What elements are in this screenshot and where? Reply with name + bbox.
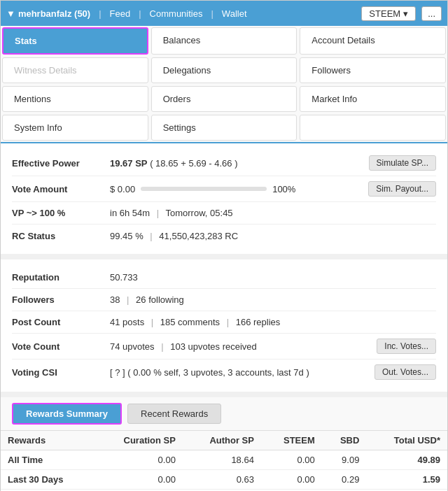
chevron-down-icon: ▾: [403, 8, 408, 19]
section-separator: [1, 254, 447, 259]
menu-item-mentions[interactable]: Mentions: [2, 86, 148, 112]
effective-power-row: Effective Power 19.67 SP ( 18.65 + 5.69 …: [12, 150, 436, 176]
row-author-alltime: 18.64: [183, 450, 261, 470]
menu-item-system-info[interactable]: System Info: [2, 115, 148, 141]
top-nav: ▼ mehrbanfalz (50) | Feed | Communities …: [1, 1, 447, 26]
vote-progress-bar: [141, 187, 267, 191]
effective-power-label: Effective Power: [12, 158, 110, 169]
feed-link[interactable]: Feed: [104, 8, 136, 19]
rewards-header: Rewards Summary Recent Rewards: [1, 397, 447, 430]
recent-rewards-tab[interactable]: Recent Rewards: [127, 404, 221, 424]
col-author-sp: Author SP: [183, 431, 261, 450]
rc-status-row: RC Status 99.45 % | 41,550,423,283 RC: [12, 225, 436, 247]
menu-item-followers[interactable]: Followers: [300, 57, 446, 83]
row-total-alltime: 49.89: [366, 450, 447, 470]
menu-item-empty: [300, 115, 446, 141]
row-total-30days: 1.59: [366, 470, 447, 490]
rewards-table-header-row: Rewards Curation SP Author SP STEEM SBD …: [1, 431, 447, 450]
reputation-section: Reputation 50.733 Followers 38 | 26 foll…: [1, 259, 447, 392]
menu-grid: Stats Balances Account Details Witness D…: [1, 26, 447, 143]
vote-count-label: Vote Count: [12, 341, 110, 352]
more-button[interactable]: ...: [421, 6, 442, 21]
row-steem-30days: 0.00: [261, 470, 322, 490]
table-row: Last 30 Days 0.00 0.63 0.00 0.29 1.59: [1, 470, 447, 490]
reputation-value: 50.733: [110, 272, 436, 283]
col-steem: STEEM: [261, 431, 322, 450]
post-count-label: Post Count: [12, 317, 110, 327]
vote-amount-row: Vote Amount $ 0.00 100% Sim. Payout...: [12, 176, 436, 202]
voting-csi-value: [ ? ] ( 0.00 % self, 3 upvotes, 3 accoun…: [110, 367, 374, 378]
followers-value: 38 | 26 following: [110, 294, 436, 305]
rewards-summary-tab[interactable]: Rewards Summary: [12, 403, 122, 425]
menu-item-orders[interactable]: Orders: [151, 86, 298, 112]
reputation-row: Reputation 50.733: [12, 266, 436, 289]
row-author-30days: 0.63: [183, 470, 261, 490]
row-curation-30days: 0.00: [94, 470, 183, 490]
col-curation-sp: Curation SP: [94, 431, 183, 450]
menu-item-settings[interactable]: Settings: [151, 115, 298, 141]
table-row: All Time 0.00 18.64 0.00 9.09 49.89: [1, 450, 447, 470]
menu-item-balances[interactable]: Balances: [151, 27, 298, 55]
vote-count-row: Vote Count 74 upvotes | 103 upvotes rece…: [12, 334, 436, 360]
sim-payout-button[interactable]: Sim. Payout...: [368, 181, 436, 197]
vp-value: in 6h 54m | Tomorrow, 05:45: [110, 208, 436, 218]
vp-row: VP ~> 100 % in 6h 54m | Tomorrow, 05:45: [12, 202, 436, 225]
menu-item-witness-details: Witness Details: [2, 57, 148, 83]
dropdown-icon: ▼: [6, 8, 15, 19]
vote-amount-label: Vote Amount: [12, 184, 110, 194]
post-count-row: Post Count 41 posts | 185 comments | 166…: [12, 311, 436, 334]
rc-value: 99.45 % | 41,550,423,283 RC: [110, 231, 436, 241]
followers-row: Followers 38 | 26 following: [12, 289, 436, 311]
username-display[interactable]: ▼ mehrbanfalz (50): [6, 8, 90, 19]
vote-count-value: 74 upvotes | 103 upvotes received: [110, 341, 377, 352]
col-rewards: Rewards: [1, 431, 94, 450]
post-count-value: 41 posts | 185 comments | 166 replies: [110, 317, 436, 327]
simulate-sp-button[interactable]: Simulate SP...: [369, 155, 436, 171]
rewards-separator: [1, 392, 447, 397]
col-total-usd: Total USD*: [366, 431, 447, 450]
menu-item-stats[interactable]: Stats: [2, 27, 148, 55]
col-sbd: SBD: [322, 431, 367, 450]
communities-link[interactable]: Communities: [144, 8, 209, 19]
row-label-alltime: All Time: [1, 450, 94, 470]
row-curation-alltime: 0.00: [94, 450, 183, 470]
out-votes-button[interactable]: Out. Votes...: [374, 364, 436, 380]
stats-section: Effective Power 19.67 SP ( 18.65 + 5.69 …: [1, 143, 447, 254]
effective-power-value: 19.67 SP ( 18.65 + 5.69 - 4.66 ): [110, 158, 369, 169]
row-label-30days: Last 30 Days: [1, 470, 94, 490]
voting-csi-label: Voting CSI: [12, 367, 110, 378]
vp-label: VP ~> 100 %: [12, 208, 110, 218]
voting-csi-row: Voting CSI [ ? ] ( 0.00 % self, 3 upvote…: [12, 360, 436, 385]
rc-label: RC Status: [12, 231, 110, 241]
row-sbd-alltime: 9.09: [322, 450, 367, 470]
row-sbd-30days: 0.29: [322, 470, 367, 490]
rewards-table: Rewards Curation SP Author SP STEEM SBD …: [1, 430, 447, 491]
followers-label: Followers: [12, 294, 110, 305]
steem-button[interactable]: STEEM ▾: [361, 6, 416, 21]
menu-item-delegations[interactable]: Delegations: [151, 57, 298, 83]
reputation-label: Reputation: [12, 272, 110, 283]
menu-item-market-info[interactable]: Market Info: [300, 86, 446, 112]
wallet-link[interactable]: Wallet: [216, 8, 253, 19]
vote-amount-value: $ 0.00 100%: [110, 184, 368, 194]
row-steem-alltime: 0.00: [261, 450, 322, 470]
menu-item-account-details[interactable]: Account Details: [300, 27, 446, 55]
inc-votes-button[interactable]: Inc. Votes...: [377, 339, 436, 354]
